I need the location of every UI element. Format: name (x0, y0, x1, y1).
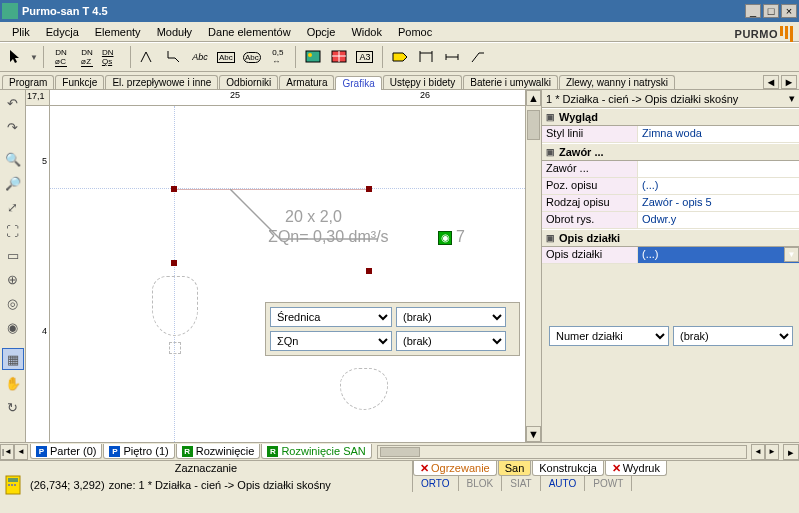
sheet-scroll-right[interactable]: ► (765, 444, 779, 460)
select-srednica[interactable]: Średnica (270, 307, 392, 327)
mode-powt[interactable]: POWT (585, 476, 632, 491)
menu-plik[interactable]: Plik (4, 24, 38, 40)
marker-icon[interactable]: ◉ (438, 231, 452, 245)
tool-grid[interactable] (327, 45, 351, 69)
sheet-tabs: |◄ ◄ PParter (0) PPiętro (1) RRozwinięci… (0, 442, 799, 460)
tab-funkcje[interactable]: Funkcje (55, 75, 104, 89)
sheet-scroll-left[interactable]: ◄ (751, 444, 765, 460)
sheet-rozwiniecie[interactable]: RRozwinięcie (176, 444, 261, 459)
lt-zoom-target[interactable]: ◎ (2, 292, 24, 314)
prop-group-wyglad[interactable]: Wygląd (542, 108, 799, 126)
tool-scale[interactable]: 0,5↔ (266, 45, 290, 69)
lt-undo[interactable]: ↶ (2, 92, 24, 114)
maximize-button[interactable]: □ (763, 4, 779, 18)
vtab-ogrzewanie[interactable]: ✕Ogrzewanie (413, 461, 497, 476)
tab-przeplyw[interactable]: El. przepływowe i inne (105, 75, 218, 89)
left-toolbar: ↶ ↷ 🔍 🔎 ⤢ ⛶ ▭ ⊕ ◎ ◉ ▦ ✋ ↻ (0, 90, 26, 442)
fixture-urinal-2[interactable] (340, 368, 388, 410)
sheet-nav-first[interactable]: |◄ (0, 444, 14, 460)
lt-zoom-out[interactable]: 🔎 (2, 172, 24, 194)
drawing-canvas[interactable]: 20 x 2,0 ΣQn= 0,30 dm³/s ◉ 7 (50, 106, 525, 442)
prop-rodzaj-opisu[interactable]: Zawór - opis 5 (638, 195, 799, 211)
tab-ustepy[interactable]: Ustępy i bidety (383, 75, 463, 89)
sheet-pietro[interactable]: PPiętro (1) (103, 444, 174, 459)
scrollbar-horizontal[interactable] (377, 445, 747, 459)
ruler-horizontal: 25 26 (50, 90, 525, 106)
lt-redo[interactable]: ↷ (2, 116, 24, 138)
mode-blok[interactable]: BLOK (459, 476, 503, 491)
tool-text-abc[interactable]: Abc (188, 45, 212, 69)
tab-zlewy[interactable]: Zlewy, wanny i natryski (559, 75, 675, 89)
tool-shape[interactable] (162, 45, 186, 69)
tool-text-box2[interactable]: Abc (240, 45, 264, 69)
tab-grafika[interactable]: Grafika (335, 76, 381, 90)
prop-poz-opisu[interactable]: (...) (638, 178, 799, 194)
tab-scroll-left[interactable]: ◄ (763, 75, 779, 89)
menu-moduly[interactable]: Moduły (149, 24, 200, 40)
tool-dimension[interactable] (414, 45, 438, 69)
lt-zoom-in[interactable]: 🔍 (2, 148, 24, 170)
menu-pomoc[interactable]: Pomoc (390, 24, 440, 40)
fixture-urinal-1[interactable] (152, 276, 198, 336)
tool-dn1[interactable]: DN⌀C (49, 45, 73, 69)
menu-widok[interactable]: Widok (343, 24, 390, 40)
lt-zoom-window[interactable]: ▭ (2, 244, 24, 266)
tool-polyline[interactable] (136, 45, 160, 69)
panel-dropdown-icon[interactable]: ▾ (789, 92, 795, 105)
lt-pan[interactable]: ✋ (2, 372, 24, 394)
tool-dim2[interactable] (440, 45, 464, 69)
ruler-vertical: 5 4 (26, 106, 50, 442)
prop-styl-linii[interactable]: Zimna woda (638, 126, 799, 142)
scrollbar-vertical[interactable]: ▲ ▼ (525, 90, 541, 442)
lt-zoom-fit[interactable]: ⛶ (2, 220, 24, 242)
tool-dn2[interactable]: DN⌀Z (75, 45, 99, 69)
tab-program[interactable]: Program (2, 75, 54, 89)
tab-baterie[interactable]: Baterie i umywalki (463, 75, 558, 89)
lt-layers[interactable]: ▦ (2, 348, 24, 370)
tab-scroll-right[interactable]: ► (781, 75, 797, 89)
select-numer[interactable]: Numer działki (549, 326, 669, 346)
chevron-down-icon[interactable]: ▼ (784, 247, 799, 262)
mode-orto[interactable]: ORTO (413, 476, 459, 491)
sheet-rozwiniecie-san[interactable]: RRozwinięcie SAN (261, 444, 371, 459)
tool-image[interactable] (301, 45, 325, 69)
vtab-san[interactable]: San (498, 461, 532, 476)
calculator-icon[interactable] (4, 474, 26, 496)
vtab-konstrukcja[interactable]: Konstrukcja (532, 461, 603, 476)
menu-elementy[interactable]: Elementy (87, 24, 149, 40)
prop-obrot[interactable]: Odwr.y (638, 212, 799, 228)
sheet-parter[interactable]: PParter (0) (30, 444, 102, 459)
select-qn[interactable]: ΣQn (270, 331, 392, 351)
tool-tag-yellow[interactable] (388, 45, 412, 69)
lt-zoom-all[interactable]: ⊕ (2, 268, 24, 290)
select-qn-val[interactable]: (brak) (396, 331, 506, 351)
prop-group-opis[interactable]: Opis działki (542, 229, 799, 247)
lt-zoom-fit-v[interactable]: ⤢ (2, 196, 24, 218)
tab-odbiorniki[interactable]: Odbiorniki (219, 75, 278, 89)
lt-zoom-sel[interactable]: ◉ (2, 316, 24, 338)
sheet-nav-prev[interactable]: ◄ (14, 444, 28, 460)
select-srednica-val[interactable]: (brak) (396, 307, 506, 327)
minimize-button[interactable]: _ (745, 4, 761, 18)
menu-dane[interactable]: Dane elementów (200, 24, 299, 40)
mode-auto[interactable]: AUTO (541, 476, 586, 491)
close-button[interactable]: × (781, 4, 797, 18)
menu-opcje[interactable]: Opcje (299, 24, 344, 40)
tab-armatura[interactable]: Armatura (279, 75, 334, 89)
prop-zawor[interactable] (638, 161, 799, 177)
tool-leader[interactable] (466, 45, 490, 69)
select-numer-val[interactable]: (brak) (673, 326, 793, 346)
tool-a3[interactable]: A3 (353, 45, 377, 69)
svg-rect-15 (8, 484, 10, 486)
tool-select[interactable] (4, 45, 28, 69)
lt-refresh[interactable]: ↻ (2, 396, 24, 418)
menu-edycja[interactable]: Edycja (38, 24, 87, 40)
mode-siat[interactable]: SIAT (502, 476, 540, 491)
prop-group-zawor[interactable]: Zawór ... (542, 143, 799, 161)
panel-toggle-button[interactable]: ▸ (783, 444, 799, 460)
prop-opis-dzialki[interactable]: (...)▼ (638, 247, 799, 263)
tool-dnqs[interactable]: DN Qs (101, 45, 125, 69)
tool-text-box1[interactable]: Abc (214, 45, 238, 69)
status-zone: zone: 1 * Działka - cień -> Opis działki… (109, 479, 331, 491)
vtab-wydruk[interactable]: ✕Wydruk (605, 461, 667, 476)
